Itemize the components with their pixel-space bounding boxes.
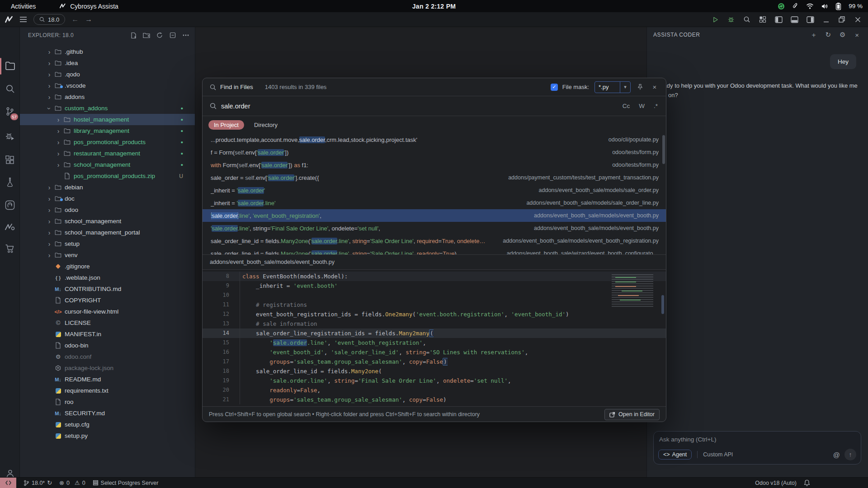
run-button[interactable] — [709, 14, 721, 25]
chevron-icon[interactable]: › — [45, 49, 53, 55]
tree-item[interactable]: pos_promotional_products.zipU — [20, 170, 195, 182]
search-result-row[interactable]: sale_order_line_id = fields.Many2one('sa… — [203, 247, 666, 254]
search-result-row[interactable]: _inherit = 'sale.order.line'addons/event… — [203, 197, 666, 209]
tree-item[interactable]: roo — [20, 396, 195, 408]
main-menu-icon[interactable] — [19, 16, 27, 23]
chevron-icon[interactable]: › — [45, 230, 53, 236]
tree-item[interactable]: ›library_management• — [20, 125, 195, 136]
tree-item[interactable]: ›school_management• — [20, 159, 195, 170]
close-dialog-icon[interactable]: × — [650, 82, 660, 92]
new-file-icon[interactable] — [129, 31, 138, 40]
project-search-pill[interactable]: 18.0 — [33, 14, 65, 25]
tree-item[interactable]: MANIFEST.in — [20, 328, 195, 340]
tree-item[interactable]: M↓CONTRIBUTING.md — [20, 283, 195, 295]
code-line[interactable]: 17 groups='sales_team.group_sale_salesma… — [203, 357, 666, 366]
restore-window-button[interactable] — [836, 14, 848, 25]
new-folder-icon[interactable] — [142, 31, 151, 40]
code-line[interactable]: 18 sale_order_line_id = fields.Many2one( — [203, 366, 666, 376]
tree-item[interactable]: ›.qodo — [20, 69, 195, 80]
tree-item[interactable]: ›setup — [20, 238, 195, 249]
chevron-icon[interactable]: › — [54, 150, 62, 157]
code-line[interactable]: 11 # registrations — [203, 300, 666, 310]
tree-item[interactable]: ›school_management — [20, 216, 195, 227]
code-line[interactable]: 13 # sale information — [203, 319, 666, 328]
explorer-view-icon[interactable] — [0, 56, 20, 76]
chevron-icon[interactable]: › — [45, 184, 53, 191]
code-line[interactable]: 9 _inherit = 'event.booth' — [203, 281, 666, 291]
focused-app[interactable]: Cybrosys Assista — [59, 3, 118, 10]
code-line[interactable]: 21 groups='sales_team.group_sale_salesma… — [203, 395, 666, 404]
new-chat-icon[interactable]: ＋ — [809, 30, 818, 39]
code-line[interactable]: 14 sale_order_line_registration_ids = fi… — [203, 328, 666, 338]
notifications-bell-icon[interactable] — [804, 479, 810, 486]
search-result-row[interactable]: 'sale.order.line', string='Final Sale Or… — [203, 222, 666, 235]
code-scrollbar[interactable] — [661, 295, 664, 314]
results-scrollbar[interactable] — [662, 135, 665, 164]
chevron-icon[interactable]: › — [45, 196, 53, 202]
cart-view-icon[interactable] — [0, 239, 20, 258]
chevron-icon[interactable]: › — [45, 60, 53, 66]
updates-icon[interactable] — [778, 3, 785, 10]
search-result-row[interactable]: _inherit = 'sale.order'addons/event_boot… — [203, 184, 666, 197]
code-line[interactable]: 8class EventBooth(models.Model): — [203, 272, 666, 281]
back-button[interactable]: ← — [71, 15, 79, 23]
run-debug-view-icon[interactable] — [0, 126, 20, 146]
regex-toggle[interactable]: .* — [654, 103, 658, 109]
search-everywhere-button[interactable] — [741, 14, 753, 25]
tree-item[interactable]: ©LICENSE — [20, 317, 195, 328]
problems-status[interactable]: ⊗ 0 ⚠ 0 — [59, 479, 85, 486]
search-view-icon[interactable] — [0, 79, 20, 99]
whole-words-toggle[interactable]: W — [639, 103, 645, 109]
code-line[interactable]: 20 readonly=False, — [203, 385, 666, 395]
code-line[interactable]: 19 'sale.order.line', string='Final Sale… — [203, 376, 666, 385]
search-result-row[interactable]: 'sale.order.line', 'event_booth_registra… — [203, 209, 666, 222]
forward-button[interactable]: → — [85, 15, 92, 23]
tree-item[interactable]: requirements.txt — [20, 385, 195, 396]
mention-icon[interactable]: @ — [833, 451, 840, 459]
chevron-icon[interactable]: › — [45, 94, 53, 100]
chevron-icon[interactable]: › — [45, 218, 53, 225]
tree-item[interactable]: ›addons — [20, 91, 195, 103]
wifi-icon[interactable] — [806, 3, 814, 9]
tree-item[interactable]: ›.vscode — [20, 80, 195, 91]
tree-item[interactable]: package-lock.json — [20, 362, 195, 374]
more-actions-icon[interactable] — [181, 31, 190, 40]
tree-item[interactable]: setup.cfg — [20, 419, 195, 430]
chevron-icon[interactable]: › — [45, 83, 53, 89]
collapse-all-icon[interactable] — [168, 31, 177, 40]
tree-item[interactable]: M↓SECURITY.md — [20, 408, 195, 419]
file-mask-checkbox[interactable]: ✓ — [551, 84, 558, 91]
code-line[interactable]: 16 'event_booth_id', 'sale_order_line_id… — [203, 347, 666, 357]
tree-item[interactable]: ⚙odoo.conf — [20, 351, 195, 362]
close-panel-icon[interactable]: × — [853, 30, 862, 39]
refresh-icon[interactable] — [155, 31, 164, 40]
source-control-view-icon[interactable]: 57 — [0, 101, 20, 121]
tree-item[interactable]: ›.idea — [20, 57, 195, 69]
custom-api-selector[interactable]: Custom API — [703, 451, 733, 458]
extensions-view-icon[interactable] — [0, 150, 20, 170]
git-branch-status[interactable]: 18.0* ↻ — [24, 479, 52, 486]
postgres-view-icon[interactable] — [0, 195, 20, 215]
scope-tab-directory[interactable]: Directory — [249, 120, 283, 130]
sync-icon[interactable]: ↻ — [47, 479, 52, 486]
debug-button[interactable] — [725, 14, 737, 25]
postgres-server-selector[interactable]: Select Postgres Server — [93, 480, 159, 486]
chevron-icon[interactable]: › — [54, 128, 62, 134]
activities-button[interactable]: Activities — [11, 3, 36, 10]
chevron-down-icon[interactable]: ▾ — [620, 84, 630, 90]
tree-item[interactable]: ›venv — [20, 249, 195, 261]
search-result-row[interactable]: with Form(self.env['sale.order']) as f1:… — [203, 159, 666, 171]
chevron-icon[interactable]: › — [45, 252, 53, 258]
tree-item[interactable]: ›doc — [20, 193, 195, 204]
chevron-icon[interactable]: › — [46, 104, 52, 113]
tree-item[interactable]: </>cursor-file-view.html — [20, 306, 195, 317]
tree-item[interactable]: ›school_management_portal — [20, 227, 195, 238]
tree-item[interactable]: M↓README.md — [20, 374, 195, 385]
pin-dialog-icon[interactable] — [635, 82, 645, 92]
search-result-row[interactable]: sale_order = self.env['sale.order'].crea… — [203, 171, 666, 184]
minimize-window-button[interactable] — [820, 14, 832, 25]
search-result-row[interactable]: f = Form(self.env['sale.order'])odoo/tes… — [203, 146, 666, 159]
toggle-left-panel-button[interactable] — [773, 14, 784, 25]
chevron-icon[interactable]: › — [45, 241, 53, 247]
tree-item[interactable]: { }.weblate.json — [20, 272, 195, 283]
